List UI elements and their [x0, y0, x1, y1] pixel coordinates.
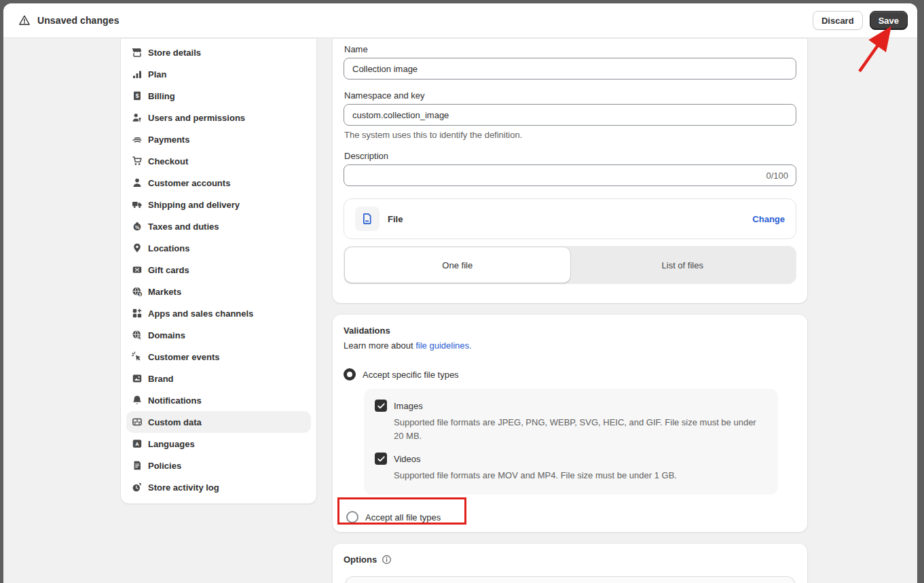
- sidebar-item-markets[interactable]: $ Markets: [126, 281, 311, 302]
- list-of-files-segment[interactable]: List of files: [570, 247, 796, 283]
- sidebar-item-label: Taxes and duties: [148, 222, 219, 232]
- validations-title: Validations: [344, 325, 796, 336]
- file-cardinality-segmented-control: One file List of files: [344, 246, 796, 284]
- videos-checkbox-row: Videos: [375, 453, 767, 465]
- videos-label: Videos: [394, 454, 421, 464]
- sidebar-item-custom-data[interactable]: Custom data: [126, 411, 311, 433]
- namespace-help-text: The system uses this to identify the def…: [344, 130, 796, 140]
- metafield-definition-card: Name Namespace and key The system uses t…: [333, 39, 807, 303]
- images-description: Supported file formats are JPEG, PNG, WE…: [394, 416, 767, 443]
- sidebar-item-store-details[interactable]: Store details: [126, 41, 311, 63]
- name-field-block: Name: [344, 44, 796, 80]
- taxes-icon: %: [132, 221, 143, 232]
- namespace-field-block: Namespace and key The system uses this t…: [344, 90, 796, 140]
- sidebar-item-languages[interactable]: A Languages: [126, 433, 311, 455]
- accept-specific-radio[interactable]: [344, 368, 356, 381]
- sidebar-item-customer-accounts[interactable]: Customer accounts: [126, 172, 311, 194]
- sidebar-item-shipping-delivery[interactable]: Shipping and delivery: [126, 194, 311, 215]
- sidebar-item-label: Store details: [148, 48, 201, 58]
- discard-button[interactable]: Discard: [813, 11, 863, 30]
- unsaved-changes-label: Unsaved changes: [37, 15, 119, 26]
- settings-modal: Unsaved changes Discard Save Store detai…: [3, 3, 917, 583]
- unsaved-changes-status: Unsaved changes: [18, 14, 119, 26]
- activity-log-icon: [132, 482, 143, 493]
- sidebar-item-label: Users and permissions: [148, 113, 245, 123]
- check-icon: [377, 403, 385, 409]
- sidebar-item-users-permissions[interactable]: Users and permissions: [126, 107, 311, 128]
- settings-sidebar: Store details Plan $ Billing Users and p…: [121, 39, 316, 504]
- videos-description: Supported file formats are MOV and MP4. …: [394, 469, 767, 482]
- images-checkbox[interactable]: [375, 400, 387, 412]
- description-input[interactable]: [344, 164, 796, 186]
- cursor-events-icon: [132, 351, 143, 362]
- sidebar-item-billing[interactable]: $ Billing: [126, 85, 311, 107]
- svg-text:$: $: [136, 92, 139, 99]
- accept-specific-label: Accept specific file types: [363, 370, 459, 380]
- validations-learn-more: Learn more about file guidelines.: [344, 340, 796, 351]
- options-title: Options: [344, 554, 377, 565]
- options-partial-panel: [345, 576, 795, 583]
- sidebar-item-label: Policies: [148, 461, 181, 471]
- sidebar-item-customer-events[interactable]: Customer events: [126, 346, 311, 368]
- images-checkbox-row: Images: [375, 400, 767, 412]
- gift-card-icon: [132, 264, 143, 275]
- apps-grid-icon: [132, 308, 143, 319]
- store-icon: [132, 47, 143, 58]
- brand-image-icon: [132, 373, 143, 384]
- description-char-counter: 0/100: [766, 171, 788, 181]
- sidebar-item-label: Apps and sales channels: [148, 308, 253, 319]
- name-input[interactable]: [344, 58, 796, 80]
- sidebar-item-policies[interactable]: Policies: [126, 455, 311, 476]
- name-label: Name: [344, 44, 796, 54]
- domains-globe-icon: [132, 330, 143, 340]
- payments-icon: [132, 134, 143, 145]
- person-icon: [132, 177, 143, 188]
- sidebar-item-locations[interactable]: Locations: [126, 237, 311, 259]
- accept-all-file-types-row: Accept all file types: [344, 511, 796, 523]
- file-guidelines-link[interactable]: file guidelines.: [415, 340, 471, 351]
- warning-icon: [18, 14, 31, 26]
- change-type-link[interactable]: Change: [752, 214, 785, 224]
- learn-more-text: Learn more about: [344, 340, 415, 351]
- accept-all-label: Accept all file types: [365, 512, 441, 523]
- plan-icon: [132, 69, 143, 80]
- accept-all-radio[interactable]: [346, 511, 358, 523]
- sidebar-item-label: Locations: [148, 243, 189, 253]
- svg-text:$: $: [139, 292, 141, 296]
- sidebar-item-label: Customer accounts: [148, 178, 230, 188]
- markets-globe-icon: $: [132, 286, 143, 297]
- save-button[interactable]: Save: [870, 11, 908, 30]
- videos-checkbox[interactable]: [375, 453, 387, 465]
- custom-data-icon: [132, 417, 143, 427]
- cart-icon: [132, 156, 143, 166]
- sidebar-item-gift-cards[interactable]: Gift cards: [126, 259, 311, 281]
- validations-card: Validations Learn more about file guidel…: [333, 315, 807, 532]
- file-type-thumb: [355, 207, 380, 231]
- languages-icon: A: [132, 438, 143, 449]
- svg-text:A: A: [135, 441, 139, 447]
- namespace-label: Namespace and key: [344, 90, 796, 101]
- one-file-segment[interactable]: One file: [345, 247, 570, 283]
- accept-specific-file-types-row: Accept specific file types: [344, 368, 796, 381]
- sidebar-item-apps-sales-channels[interactable]: Apps and sales channels: [126, 302, 311, 324]
- sidebar-item-label: Store activity log: [148, 482, 219, 493]
- namespace-input[interactable]: [344, 104, 796, 126]
- info-icon[interactable]: [382, 554, 392, 565]
- sidebar-item-taxes-duties[interactable]: % Taxes and duties: [126, 215, 311, 237]
- sidebar-item-store-activity-log[interactable]: Store activity log: [126, 476, 311, 498]
- sidebar-item-plan[interactable]: Plan: [126, 63, 311, 85]
- sidebar-item-brand[interactable]: Brand: [126, 368, 311, 389]
- sidebar-item-label: Plan: [148, 69, 166, 80]
- sidebar-item-notifications[interactable]: Notifications: [126, 389, 311, 411]
- sidebar-item-domains[interactable]: Domains: [126, 324, 311, 346]
- bell-icon: [132, 395, 143, 406]
- truck-icon: [132, 199, 143, 210]
- sidebar-item-label: Notifications: [148, 395, 202, 406]
- sidebar-item-checkout[interactable]: Checkout: [126, 150, 311, 172]
- sidebar-item-payments[interactable]: Payments: [126, 128, 311, 150]
- sidebar-item-label: Languages: [148, 439, 195, 449]
- file-types-panel: Images Supported file formats are JPEG, …: [364, 389, 778, 495]
- content-type-row: File Change: [344, 198, 796, 239]
- sidebar-item-label: Billing: [148, 91, 175, 101]
- sidebar-item-label: Checkout: [148, 156, 188, 166]
